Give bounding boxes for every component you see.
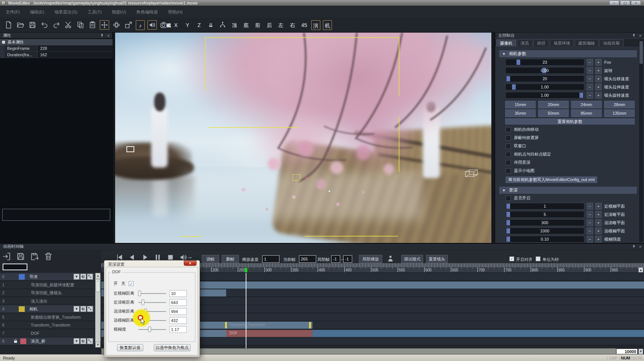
track-label-row-2[interactable]: 2导演功能_慢镜头	[0, 289, 95, 297]
increment-button[interactable]: +	[595, 211, 602, 218]
track-label-row-1[interactable]: 1导演功能_新建环境配置	[0, 281, 95, 289]
lens-button-135mm[interactable]: 135mm	[604, 109, 635, 117]
unit-seconds-checkbox[interactable]	[536, 256, 540, 261]
slider-track[interactable]: 300	[505, 219, 584, 226]
redo-icon[interactable]	[52, 20, 61, 30]
track-label-row-6[interactable]: 6Transform_Transform	[0, 321, 95, 329]
pin-icon[interactable]	[100, 33, 104, 38]
increment-button[interactable]: +	[595, 59, 602, 66]
scrollbar-thumb[interactable]: ≡	[96, 279, 100, 292]
ruler-scroll-arrow[interactable]: ▲	[638, 267, 643, 273]
checkbox-相机自由移动[interactable]	[506, 127, 511, 132]
track-clip-bar[interactable]	[312, 330, 644, 337]
goto-frame-icon[interactable]: →	[186, 253, 193, 261]
track-cursor-button[interactable]	[87, 274, 93, 280]
decrement-button[interactable]: −	[587, 228, 593, 234]
toolbar-button-顶[interactable]: 顶	[230, 20, 239, 30]
toolbar-button-机[interactable]: 机	[323, 20, 332, 30]
track-label-row-3[interactable]: 3淡入淡出	[0, 297, 95, 305]
checkbox-相机点与目标点锁定[interactable]	[506, 152, 511, 157]
decrement-button[interactable]: −	[587, 211, 593, 218]
delete-frame-button[interactable]: 删帧	[222, 255, 239, 263]
dof-switch-checkbox[interactable]: ✓	[129, 281, 134, 286]
decrement-button[interactable]: −	[587, 203, 593, 210]
track-cursor-button[interactable]	[87, 338, 93, 344]
scale-icon[interactable]	[124, 20, 133, 30]
tab-场景环境[interactable]: 场景环境	[550, 39, 574, 46]
decrement-button[interactable]: −	[587, 75, 593, 82]
increment-button[interactable]: +	[595, 84, 602, 90]
toolbar-button-后[interactable]: 后	[265, 20, 274, 30]
camera-params-section-header[interactable]: ▼ 相机参数	[499, 50, 637, 57]
paste-icon[interactable]	[88, 20, 97, 30]
track-frame-button[interactable]: 帧	[80, 274, 86, 280]
close-icon[interactable]: ×	[638, 33, 642, 38]
toolbar-button-右[interactable]: 右	[288, 20, 297, 30]
snap-checkbox[interactable]: ✓	[509, 256, 514, 261]
selection-gizmo-box[interactable]	[293, 174, 300, 181]
menu-item-5[interactable]: 角色编辑器	[136, 9, 158, 15]
lens-button-28mm[interactable]: 28mm	[604, 101, 635, 108]
property-value[interactable]: 162	[38, 52, 113, 58]
toolbar-button-底[interactable]: 底	[242, 20, 251, 30]
trash-icon[interactable]	[44, 252, 53, 261]
decrement-button[interactable]: −	[587, 67, 593, 74]
track-frame-button[interactable]: 帧	[80, 306, 86, 312]
decrement-button[interactable]: −	[587, 236, 593, 243]
focus-selected-actor-button[interactable]: 以选中角色为焦点	[154, 344, 191, 351]
collapse-icon[interactable]: −	[2, 40, 5, 44]
restore-defaults-button[interactable]: 恢复默认值	[117, 344, 143, 351]
wireframe-gizmo[interactable]	[464, 169, 480, 178]
toolbar-button-演[interactable]: 演	[311, 20, 320, 30]
keyframe-marker[interactable]	[309, 322, 311, 328]
dof-value-input[interactable]	[170, 308, 187, 315]
rotate-icon[interactable]	[112, 20, 121, 30]
speaker-icon[interactable]	[147, 20, 157, 30]
toolbar-button-Z[interactable]: Z	[195, 20, 204, 30]
dof-value-input[interactable]	[170, 290, 187, 297]
maximize-button[interactable]: ▢	[620, 0, 630, 5]
close-icon[interactable]: ×	[106, 33, 111, 38]
import-icon[interactable]	[2, 252, 11, 261]
dof-value-input[interactable]	[170, 326, 187, 333]
increment-button[interactable]: +	[595, 219, 602, 226]
dof-slider-handle[interactable]	[138, 291, 141, 296]
frame-range-dropdown[interactable]: ▼	[638, 349, 643, 354]
increment-button[interactable]: +	[595, 228, 602, 234]
lens-button-15mm[interactable]: 15mm	[505, 101, 536, 108]
open-folder-icon[interactable]	[16, 20, 25, 30]
toolbar-button-45[interactable]: 45	[300, 20, 309, 30]
menu-item-1[interactable]: 编辑(E)	[30, 9, 44, 15]
lens-button-50mm[interactable]: 50mm	[538, 109, 569, 117]
lens-button-85mm[interactable]: 85mm	[571, 109, 602, 117]
pin-icon[interactable]	[632, 33, 636, 38]
undo-icon[interactable]	[40, 20, 49, 30]
slider-track[interactable]: 20	[505, 75, 584, 82]
play-speed-input[interactable]	[262, 255, 279, 263]
decrement-button[interactable]: −	[587, 84, 593, 90]
close-button[interactable]: ×	[631, 0, 641, 5]
increment-button[interactable]: +	[595, 67, 602, 74]
console-scrollbar[interactable]	[639, 40, 643, 242]
local-end-input[interactable]	[343, 255, 352, 263]
property-group-header[interactable]: − 基本属性	[0, 39, 113, 45]
write-xml-button[interactable]: 将当前相机参数写入MovieEditorConfig_out.xml	[506, 177, 597, 183]
toolbar-button-Y[interactable]: Y	[183, 20, 192, 30]
checkbox-屏蔽特效震屏[interactable]	[506, 135, 511, 141]
tab-摄像机[interactable]: 摄像机	[496, 39, 516, 46]
checkbox-显示小地图[interactable]	[506, 168, 511, 174]
increment-button[interactable]: +	[595, 92, 602, 99]
dof-settings-dialog[interactable]: 景深设置 × DOF 开 关 ✓ 近模糊距离近清晰距离远清晰距离远模糊距离模糊度…	[104, 260, 200, 357]
frame-range-input[interactable]	[616, 349, 638, 354]
track-name-input[interactable]	[3, 264, 27, 270]
dof-slider-track[interactable]	[138, 299, 166, 306]
dof-slider-track[interactable]	[138, 290, 166, 297]
track-cursor-button[interactable]	[87, 306, 93, 312]
menu-item-6[interactable]: 帮助(H)	[168, 9, 183, 15]
save-icon[interactable]	[28, 20, 37, 30]
music-note-icon[interactable]: ♪	[136, 20, 145, 30]
track-label-row-5[interactable]: 5新曲线位移变换_Transform	[0, 313, 95, 321]
dof-section-header[interactable]: ▼ 景深	[499, 187, 637, 194]
increment-button[interactable]: +	[595, 75, 602, 82]
slider-track[interactable]: 1	[505, 203, 584, 210]
